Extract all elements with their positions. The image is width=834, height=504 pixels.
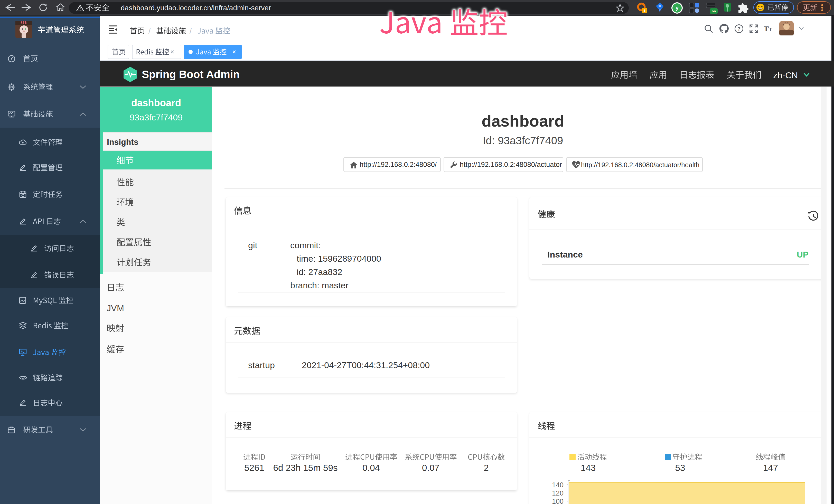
- svg-text:?: ?: [738, 26, 741, 31]
- svg-text:T: T: [764, 25, 769, 33]
- svg-text:1: 1: [643, 8, 645, 13]
- svg-text:on: on: [712, 9, 716, 13]
- svg-text:y: y: [676, 5, 679, 11]
- svg-text:T: T: [769, 27, 772, 32]
